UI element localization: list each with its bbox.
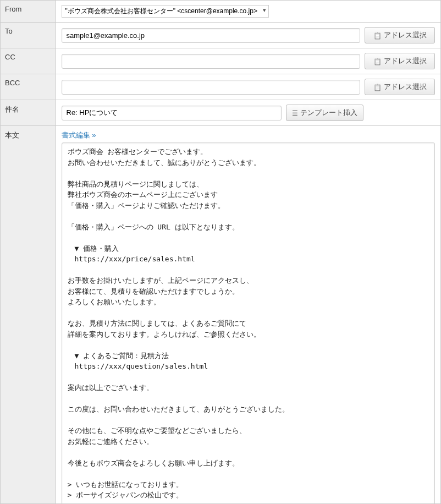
addressbook-icon (373, 83, 382, 91)
to-input[interactable] (62, 28, 361, 43)
cc-address-select-button[interactable]: アドレス選択 (365, 53, 435, 69)
to-address-select-button[interactable]: アドレス選択 (365, 27, 435, 43)
cc-input[interactable] (62, 54, 361, 69)
template-icon (292, 109, 298, 117)
addressbook-icon (373, 57, 382, 65)
button-label: テンプレート挿入 (300, 108, 357, 118)
button-label: アドレス選択 (384, 30, 427, 40)
from-dropdown[interactable]: "ボウズ商会株式会社お客様センター" <cscenter@example.co.… (62, 5, 269, 18)
bcc-input[interactable] (62, 80, 361, 95)
button-label: アドレス選択 (384, 56, 427, 66)
format-link-label: 書式編集 (62, 131, 90, 139)
button-label: アドレス選択 (384, 82, 427, 92)
from-label: From (1, 1, 56, 23)
addressbook-icon (373, 31, 382, 40)
template-insert-button[interactable]: テンプレート挿入 (286, 105, 363, 121)
subject-input[interactable] (62, 106, 282, 120)
chevron-double-right-icon: » (92, 131, 96, 139)
body-editor[interactable]: ボウズ商会 お客様センターでございます。 お問い合わせいただきまして、誠にありが… (62, 143, 436, 504)
bcc-address-select-button[interactable]: アドレス選択 (365, 79, 435, 95)
from-value: "ボウズ商会株式会社お客様センター" <cscenter@example.co.… (65, 7, 257, 15)
body-label: 本文 (1, 126, 56, 505)
bcc-label: BCC (1, 74, 56, 100)
subject-label: 件名 (1, 100, 56, 126)
body-text: ボウズ商会 お客様センターでございます。 お問い合わせいただきまして、誠にありが… (68, 146, 429, 504)
cc-label: CC (1, 48, 56, 74)
to-label: To (1, 23, 56, 48)
format-edit-link[interactable]: 書式編集 » (62, 130, 96, 140)
